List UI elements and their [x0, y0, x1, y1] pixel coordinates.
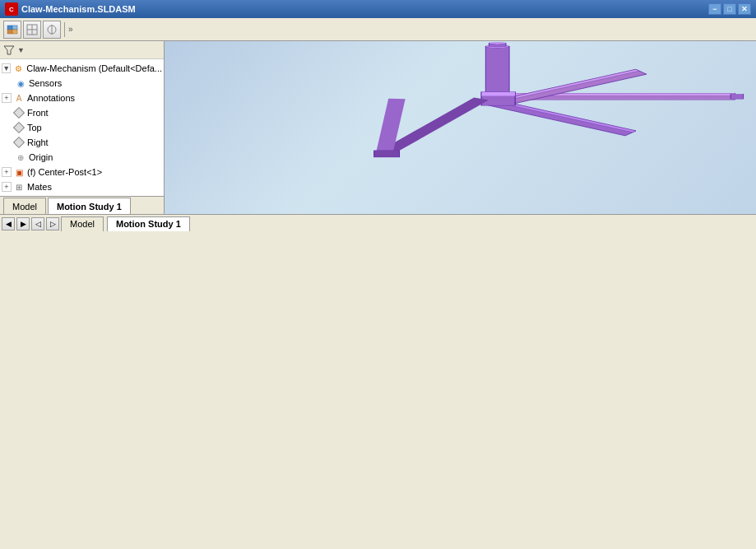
app-icon: C	[5, 2, 18, 16]
feature-tree: ▼ ⚙ Claw-Mechanism (Default<Defa... ◉ Se…	[0, 59, 164, 196]
plane-icon-front	[13, 107, 25, 119]
tree-expand-mates[interactable]: +	[2, 182, 12, 192]
svg-rect-1	[12, 26, 17, 30]
main-viewport[interactable]: C Collar.sldprt − □ ✕	[165, 41, 756, 214]
window-title: Claw-Mechanism.SLDASM	[21, 4, 136, 14]
centerpost-icon: ▣	[13, 166, 25, 178]
filter-dropdown[interactable]: ▼	[17, 46, 25, 54]
tree-label-annotations: Annotations	[27, 93, 75, 103]
sensors-icon: ◉	[15, 77, 26, 89]
close-button[interactable]: ✕	[738, 3, 751, 15]
tree-label-centerpost: (f) Center-Post<1>	[27, 167, 102, 177]
tree-item-front[interactable]: Front	[0, 105, 164, 120]
tree-expand-annotations[interactable]: +	[2, 93, 12, 103]
main-window: C Claw-Mechanism.SLDASM − □ ✕ » ▼	[0, 0, 756, 232]
tree-item-centerpost[interactable]: + ▣ (f) Center-Post<1>	[0, 165, 164, 179]
svg-rect-0	[7, 26, 12, 30]
origin-icon: ⊕	[15, 151, 26, 163]
toolbar-btn-1[interactable]	[3, 21, 21, 39]
svg-rect-27	[374, 151, 400, 157]
feature-tree-panel: ▼ ▼ ⚙ Claw-Mechanism (Default<Defa... ◉ …	[0, 41, 165, 214]
bottom-tab-motion-study[interactable]: Motion Study 1	[107, 216, 190, 231]
tree-label-right: Right	[27, 137, 49, 147]
nav-right2-arrow[interactable]: ▷	[46, 217, 59, 230]
tree-label-root: Claw-Mechanism (Default<Defa...	[26, 63, 162, 73]
maximize-button[interactable]: □	[723, 3, 736, 15]
plane-icon-right	[13, 137, 25, 148]
svg-point-15	[489, 42, 506, 44]
tree-label-mates: Mates	[27, 182, 52, 192]
main-bottom-tabs: Model Motion Study 1	[0, 196, 164, 214]
tab-model[interactable]: Model	[3, 198, 46, 214]
nav-right-arrow[interactable]: ▶	[16, 217, 30, 230]
minimize-button[interactable]: −	[708, 3, 721, 15]
tree-label-top: Top	[27, 123, 42, 133]
bottom-tab-model[interactable]: Model	[61, 216, 104, 231]
tree-item-sensors[interactable]: ◉ Sensors	[0, 76, 164, 91]
content-area: ▼ ▼ ⚙ Claw-Mechanism (Default<Defa... ◉ …	[0, 41, 756, 214]
toolbar-btn-3[interactable]	[43, 21, 61, 39]
tree-expand-centerpost[interactable]: +	[2, 167, 12, 177]
tree-label-sensors: Sensors	[29, 78, 62, 88]
svg-marker-9	[4, 46, 14, 54]
tree-item-top[interactable]: Top	[0, 120, 164, 135]
nav-left2-arrow[interactable]: ◁	[31, 217, 44, 230]
svg-rect-2	[7, 30, 12, 34]
claw-3d-svg	[165, 41, 756, 214]
toolbar-chevron[interactable]: »	[68, 25, 73, 34]
tree-label-front: Front	[27, 108, 49, 118]
title-bar-controls: − □ ✕	[708, 3, 751, 15]
tree-expand-root[interactable]: ▼	[2, 63, 11, 73]
svg-rect-24	[481, 92, 515, 96]
svg-rect-18	[730, 94, 743, 99]
nav-left-arrow[interactable]: ◀	[2, 217, 15, 230]
title-bar: C Claw-Mechanism.SLDASM − □ ✕	[0, 0, 756, 18]
plane-icon-top	[13, 122, 25, 133]
tree-label-origin: Origin	[29, 152, 53, 162]
tree-item-origin[interactable]: ⊕ Origin	[0, 150, 164, 165]
filter-bar: ▼	[0, 41, 164, 59]
mates-icon: ⊞	[13, 181, 25, 193]
tab-motion-study-1[interactable]: Motion Study 1	[48, 198, 131, 214]
tree-item-root[interactable]: ▼ ⚙ Claw-Mechanism (Default<Defa...	[0, 61, 164, 76]
tree-item-mates[interactable]: + ⊞ Mates	[0, 179, 164, 194]
filter-icon	[3, 44, 15, 56]
toolbar-btn-2[interactable]	[23, 21, 41, 39]
main-toolbar: »	[0, 18, 756, 41]
svg-rect-3	[12, 30, 17, 34]
assembly-icon: ⚙	[12, 63, 24, 74]
annotations-icon: A	[13, 92, 25, 104]
bottom-nav: ◀ ▶ ◁ ▷ Model Motion Study 1	[0, 214, 756, 232]
tree-item-annotations[interactable]: + A Annotations	[0, 91, 164, 105]
toolbar-sep-1	[64, 22, 65, 37]
tree-item-right[interactable]: Right	[0, 135, 164, 150]
